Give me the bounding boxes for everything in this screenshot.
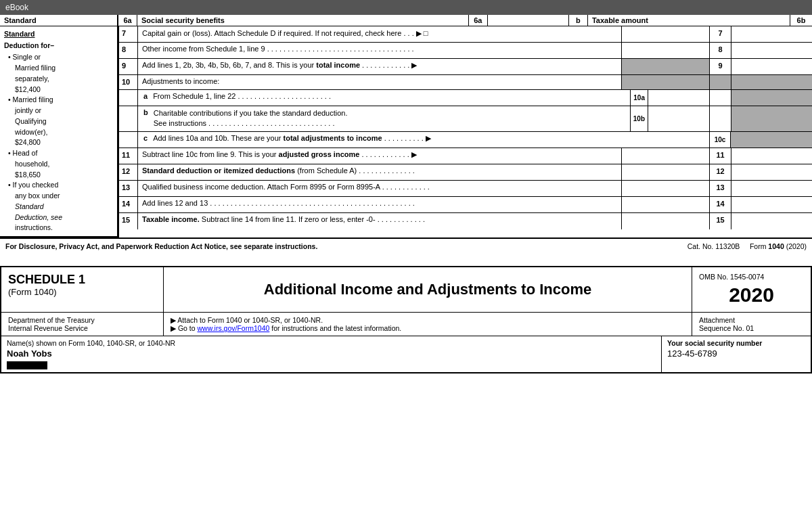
line-13-input-area[interactable] [731,181,812,196]
top-6b-num: 6b [790,15,812,26]
line-10-desc: Adjustments to income: [138,75,621,89]
line-10b-desc: Charitable contributions if you take the… [151,106,630,131]
schedule-instr-left: Department of the Treasury Internal Reve… [1,313,164,336]
line-10b-row: b Charitable contributions if you take t… [119,106,812,132]
line-15-input-area[interactable] [731,213,812,229]
input-10a[interactable] [648,93,709,104]
line-9-num: 9 [119,59,138,74]
line-12-row: 12 Standard deduction or itemized deduct… [119,164,812,181]
schedule-instr-center: ▶ Attach to Form 1040 or 1040-SR, or 104… [164,313,692,336]
line-8-field [621,43,709,58]
line-7-input-area[interactable] [731,26,812,42]
sidebar-item-married1: Married filing [8,63,113,74]
line-8-desc: Other income from Schedule 1, line 9 . .… [138,43,621,58]
schedule-year: 2020 [699,284,804,307]
line-10-right-gray2 [731,75,812,89]
schedule-ssn-right: Your social security number 123-45-6789 [662,336,811,372]
instr-center1: ▶ Attach to Form 1040 or 1040-SR, or 104… [171,316,685,324]
line-14-num: 14 [119,197,138,212]
top-6a-input[interactable] [488,15,569,26]
line-10c-gray [731,132,812,148]
line-10a-right [709,90,731,106]
schedule-omb: OMB No. 1545-0074 [699,273,804,281]
schedule-title: SCHEDULE 1 [8,273,156,287]
sidebar-item-standard: Standard [8,202,113,212]
sidebar-item-24800: $24,800 [8,137,113,148]
input-line8[interactable] [731,43,812,58]
line-7-field [621,26,709,42]
deduction-title: Deduction for– [4,41,113,51]
line-13-num: 13 [119,181,138,196]
sidebar-item-bullet1: • Single or [8,52,113,63]
schedule-center-title: Additional Income and Adjustments to Inc… [264,281,591,298]
line-11-row: 11 Subtract line 10c from line 9. This i… [119,148,812,164]
line-15-field [621,213,709,229]
instr-center2: ▶ Go to www.irs.gov/Form1040 for instruc… [171,324,685,332]
line-14-field [621,197,709,212]
line-10c-label: c [138,132,150,148]
input-6a[interactable] [491,16,566,24]
line-10b-label: b [138,106,151,131]
name-label: Name(s) shown on Form 1040, 1040-SR, or … [7,339,656,347]
name-value: Noah Yobs [7,348,656,359]
line-10a-indent [119,90,138,106]
sidebar-item-qualifying: Qualifying [8,116,113,127]
line-10b-box-label: 10b [631,106,648,131]
line-13-row: 13 Qualified business income deduction. … [119,181,812,197]
line-11-desc: Subtract line 10c from line 9. This is y… [138,148,621,164]
input-line11[interactable] [731,148,812,164]
line-10c-row: c Add lines 10a and 10b. These are your … [119,132,812,148]
top-6a-label: 6a [118,15,137,26]
sidebar-item-18650: $18,650 [8,170,113,181]
input-10b[interactable] [648,113,709,124]
line-10a-label: a [138,90,150,106]
input-line14[interactable] [731,197,812,212]
sidebar: Standard Deduction for– • Single or Marr… [0,26,118,237]
line-10b-gray [731,106,812,131]
line-7-right: 7 [709,26,731,42]
schedule-left: SCHEDULE 1 (Form 1040) [1,267,164,312]
line-8-input-area[interactable] [731,43,812,58]
line-10-gray [621,75,709,89]
schedule-instr-right: Attachment Sequence No. 01 [692,313,811,336]
schedule-center: Additional Income and Adjustments to Inc… [164,267,692,312]
sidebar-item-separately: separately, [8,74,113,85]
form1040-link[interactable]: www.irs.gov/Form1040 [198,324,270,332]
top-standard: Standard [0,15,118,26]
line-15-right: 15 [709,213,731,229]
line-8-num: 8 [119,43,138,58]
line-10a-gray [731,90,812,106]
input-line9[interactable] [731,59,812,74]
input-line7[interactable] [731,26,812,42]
schedule-header: SCHEDULE 1 (Form 1040) Additional Income… [1,267,811,312]
line-15-num: 15 [119,213,138,229]
ssn-label: Your social security number [667,339,805,347]
input-line15[interactable] [731,213,812,229]
line-9-input-area[interactable] [731,59,812,74]
line-10c-indent [119,132,138,148]
footer-middle: Cat. No. 11320B Form 1040 (2020) [687,242,807,250]
ebook-bar: eBook [0,0,812,15]
line-9-right: 9 [709,59,731,74]
sequence-no: Sequence No. 01 [699,324,804,332]
line-10b-indent [119,106,138,131]
sidebar-item-bullet3: • Head of [8,148,113,159]
line-10b-right [709,106,731,131]
line-10-right-gray [709,75,731,89]
top-b-text: Taxable amount [588,15,790,26]
line-14-right: 14 [709,197,731,212]
line-12-input-area[interactable] [731,164,812,180]
line-11-num: 11 [119,148,138,164]
line-14-input-area[interactable] [731,197,812,212]
line-11-input-area[interactable] [731,148,812,164]
input-line13[interactable] [731,181,812,196]
line-9-gray [621,59,709,74]
line-7-num: 7 [119,26,138,42]
line-10a-row: a From Schedule 1, line 22 . . . . . . .… [119,90,812,106]
line-10-num: 10 [119,75,138,89]
line-13-right: 13 [709,181,731,196]
attachment-label: Attachment [699,316,804,324]
schedule-1-section: SCHEDULE 1 (Form 1040) Additional Income… [0,266,812,373]
input-line12[interactable] [731,164,812,180]
line-10b-field: 10b [630,106,709,131]
